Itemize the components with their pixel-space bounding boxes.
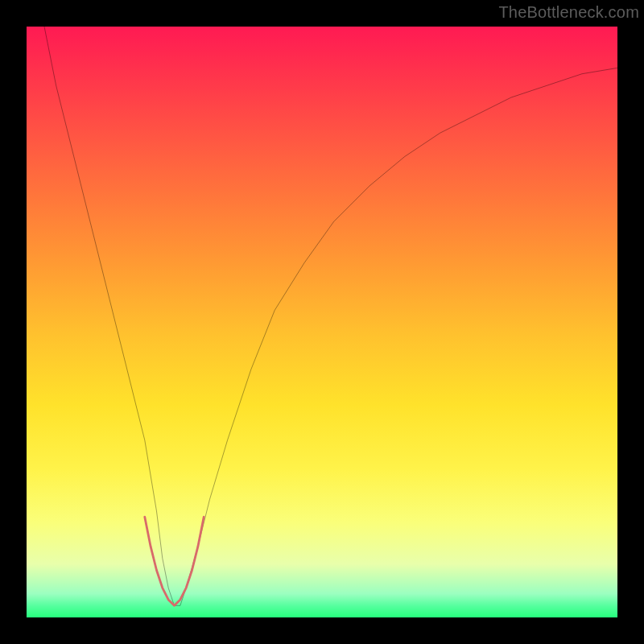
chart-svg <box>27 27 617 617</box>
plot-area <box>27 27 617 617</box>
valley-highlight <box>145 517 204 605</box>
watermark-text: TheBottleneck.com <box>498 3 639 22</box>
frame: TheBottleneck.com <box>0 0 644 644</box>
bottleneck-curve <box>44 27 617 605</box>
